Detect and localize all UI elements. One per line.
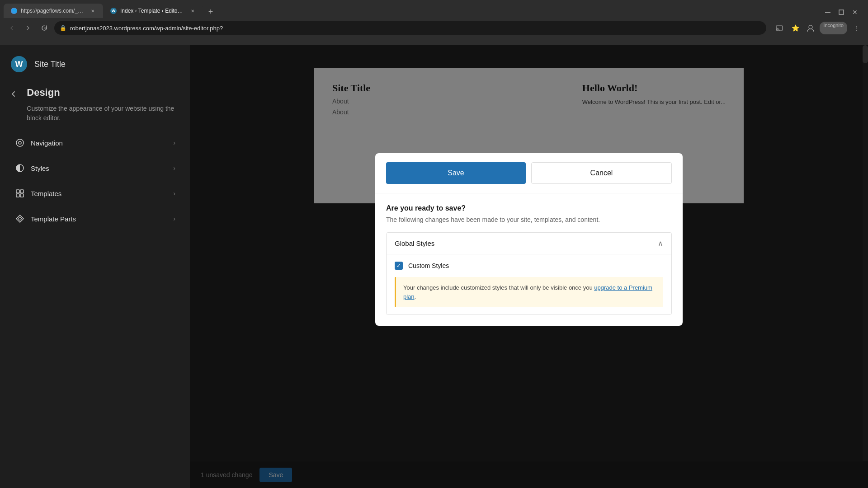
upgrade-notice: Your changes include customized styles t… — [395, 277, 663, 307]
preview-area: Site Title About About Hello World! Welc… — [190, 45, 868, 488]
cast-icon[interactable] — [774, 22, 786, 34]
svg-rect-11 — [20, 194, 24, 197]
design-title: Design — [27, 87, 183, 99]
navigation-icon — [14, 137, 25, 148]
lock-icon: 🔒 — [60, 25, 66, 31]
upgrade-notice-suffix: . — [415, 293, 416, 300]
navigation-label: Navigation — [31, 139, 173, 147]
global-styles-section: Global Styles ∧ ✓ Custom Styles — [386, 232, 672, 315]
sidebar-item-styles[interactable]: Styles › — [4, 156, 186, 180]
custom-styles-row: ✓ Custom Styles — [395, 262, 663, 270]
modal-actions: Save Cancel — [375, 153, 683, 193]
design-header: Design Customize the appearance of your … — [0, 80, 190, 123]
minimize-button[interactable] — [822, 6, 834, 18]
window-controls: ✕ — [822, 6, 861, 18]
global-styles-header[interactable]: Global Styles ∧ — [387, 233, 671, 254]
svg-point-6 — [19, 141, 21, 144]
tab-label-site-editor: Index ‹ Template ‹ Editor ‹ Site Ti... — [120, 8, 184, 14]
global-styles-title: Global Styles — [395, 239, 434, 247]
back-button[interactable] — [5, 22, 18, 34]
close-button[interactable]: ✕ — [849, 6, 861, 18]
incognito-badge[interactable]: Incognito — [820, 22, 847, 34]
custom-styles-label: Custom Styles — [408, 262, 449, 269]
wp-logo[interactable]: W — [11, 56, 27, 72]
sidebar-item-navigation[interactable]: Navigation › — [4, 131, 186, 155]
sidebar: W Site Title Design Customize the appear… — [0, 45, 190, 488]
svg-rect-10 — [16, 194, 19, 197]
forward-button[interactable] — [22, 22, 34, 34]
tab-favicon-globe: 🌐 — [11, 8, 17, 14]
modal-body: Are you ready to save? The following cha… — [375, 193, 683, 326]
template-parts-chevron-icon: › — [173, 215, 175, 222]
save-modal: Save Cancel Are you ready to save? The f… — [375, 153, 683, 326]
tab-site-editor[interactable]: W Index ‹ Template ‹ Editor ‹ Site Ti...… — [103, 4, 203, 18]
profile-icon[interactable] — [804, 22, 817, 34]
navigation-chevron-icon: › — [173, 139, 175, 146]
address-bar[interactable]: 🔒 robertjonas2023.wordpress.com/wp-admin… — [54, 21, 766, 35]
tab-label-pageflows: https://pageflows.com/_emails/ — [21, 8, 84, 14]
tab-bar: 🌐 https://pageflows.com/_emails/ ✕ W Ind… — [0, 0, 868, 18]
templates-icon — [14, 188, 25, 199]
styles-icon — [14, 163, 25, 174]
styles-label: Styles — [31, 164, 173, 172]
modal-overlay: Save Cancel Are you ready to save? The f… — [190, 45, 868, 488]
browser-controls: 🔒 robertjonas2023.wordpress.com/wp-admin… — [0, 18, 868, 38]
svg-rect-1 — [839, 10, 844, 14]
tab-favicon-wp: W — [110, 8, 117, 14]
reload-button[interactable] — [38, 22, 51, 34]
tab-close-pageflows[interactable]: ✕ — [90, 7, 96, 14]
modal-save-button[interactable]: Save — [386, 162, 526, 184]
design-section: Design Customize the appearance of your … — [23, 87, 183, 123]
main-area: W Site Title Design Customize the appear… — [0, 45, 868, 488]
tab-pageflows[interactable]: 🌐 https://pageflows.com/_emails/ ✕ — [4, 4, 103, 18]
browser-actions: ⭐ Incognito ⋮ — [774, 22, 863, 34]
styles-chevron-icon: › — [173, 164, 175, 172]
site-title-label: Site Title — [34, 60, 66, 69]
global-styles-content: ✓ Custom Styles Your changes include cus… — [387, 254, 671, 314]
templates-chevron-icon: › — [173, 190, 175, 197]
svg-point-5 — [16, 139, 24, 146]
modal-cancel-button[interactable]: Cancel — [531, 162, 672, 184]
upgrade-notice-text: Your changes include customized styles t… — [403, 284, 652, 300]
maximize-button[interactable] — [835, 6, 847, 18]
svg-rect-9 — [20, 190, 24, 193]
svg-rect-0 — [825, 12, 830, 13]
templates-label: Templates — [31, 190, 173, 197]
sidebar-item-templates[interactable]: Templates › — [4, 182, 186, 205]
tab-close-site-editor[interactable]: ✕ — [190, 7, 195, 14]
svg-point-4 — [809, 25, 812, 29]
design-description: Customize the appearance of your website… — [27, 104, 183, 123]
template-parts-label: Template Parts — [31, 215, 173, 223]
sidebar-nav: Navigation › Styles › — [0, 130, 190, 231]
global-styles-chevron-icon: ∧ — [658, 239, 663, 248]
new-tab-button[interactable]: + — [204, 5, 217, 18]
sidebar-header: W Site Title — [0, 56, 190, 80]
template-parts-icon — [14, 213, 25, 224]
back-to-dashboard-button[interactable] — [7, 87, 19, 101]
browser-chrome: 🌐 https://pageflows.com/_emails/ ✕ W Ind… — [0, 0, 868, 45]
address-text: robertjonas2023.wordpress.com/wp-admin/s… — [70, 25, 223, 32]
upgrade-notice-prefix: Your changes include customized styles t… — [403, 284, 594, 291]
sidebar-item-template-parts[interactable]: Template Parts › — [4, 207, 186, 230]
custom-styles-checkbox[interactable]: ✓ — [395, 262, 403, 270]
modal-ready-description: The following changes have been made to … — [386, 216, 672, 223]
svg-rect-8 — [16, 190, 19, 193]
svg-point-3 — [776, 31, 777, 32]
modal-ready-title: Are you ready to save? — [386, 204, 672, 212]
bookmark-icon[interactable]: ⭐ — [789, 22, 802, 34]
menu-icon[interactable]: ⋮ — [850, 22, 863, 34]
